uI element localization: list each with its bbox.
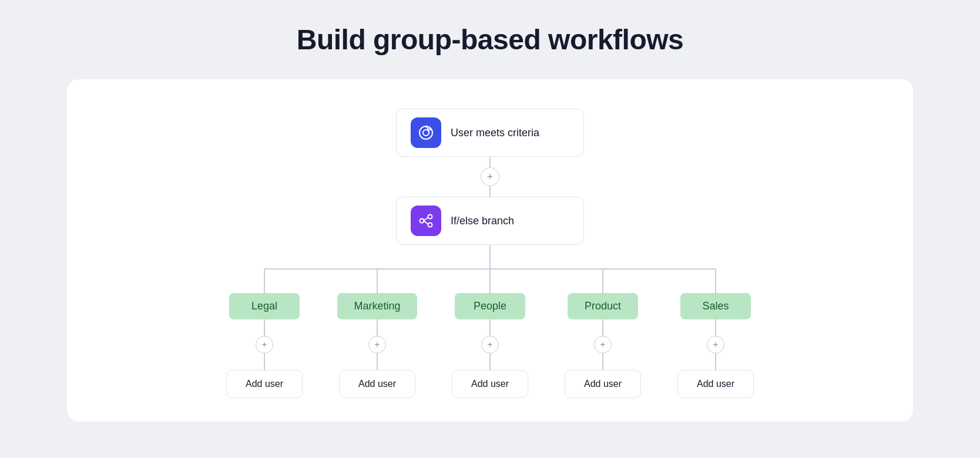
- branch-people-v2: [489, 319, 491, 336]
- branch-tag-product[interactable]: Product: [568, 293, 638, 319]
- add-step-product[interactable]: +: [594, 336, 612, 353]
- criteria-icon: [411, 117, 441, 148]
- trigger-node[interactable]: User meets criteria: [396, 109, 584, 157]
- connector-line-top: [489, 157, 491, 167]
- branch-legal-v1: [264, 270, 265, 293]
- branch-product-v1: [602, 270, 603, 293]
- branch-tag-sales[interactable]: Sales: [680, 293, 751, 319]
- branch-people: People + Add user: [434, 270, 546, 398]
- add-step-sales[interactable]: +: [707, 336, 724, 353]
- branch-sales-v3: [715, 353, 716, 370]
- svg-line-6: [424, 218, 428, 221]
- branch-stem: [489, 245, 491, 268]
- branch-sales-v1: [715, 270, 716, 293]
- branch-product-v3: [602, 353, 603, 370]
- branch-legal: Legal + Add user: [208, 270, 321, 398]
- branch-people-v3: [489, 353, 491, 370]
- branch-marketing-v2: [377, 319, 378, 336]
- svg-line-7: [424, 221, 428, 224]
- svg-point-1: [423, 130, 429, 136]
- branch-node[interactable]: If/else branch: [396, 197, 584, 245]
- add-user-legal[interactable]: Add user: [226, 370, 303, 398]
- page-title: Build group-based workflows: [67, 23, 913, 56]
- branch-marketing: Marketing + Add user: [321, 270, 434, 398]
- page-container: Build group-based workflows User meets c…: [67, 23, 913, 422]
- horizontal-divider: [208, 268, 772, 270]
- branch-marketing-v1: [377, 270, 378, 293]
- branch-people-v1: [489, 270, 491, 293]
- horizontal-bar: [264, 268, 716, 270]
- connector-line-bottom: [489, 186, 491, 197]
- branch-legal-v2: [264, 319, 265, 336]
- branch-product: Product + Add user: [546, 270, 659, 398]
- branch-sales-v2: [715, 319, 716, 336]
- svg-point-5: [428, 223, 432, 227]
- branch-icon: [411, 206, 441, 236]
- branch-tag-people[interactable]: People: [455, 293, 525, 319]
- workflow-card: User meets criteria + If/else branch: [67, 79, 913, 422]
- add-user-product[interactable]: Add user: [565, 370, 641, 398]
- add-user-marketing[interactable]: Add user: [339, 370, 415, 398]
- add-step-legal[interactable]: +: [256, 336, 273, 353]
- branch-node-label: If/else branch: [451, 215, 514, 227]
- branch-tag-marketing[interactable]: Marketing: [337, 293, 417, 319]
- add-user-sales[interactable]: Add user: [677, 370, 754, 398]
- add-step-button-1[interactable]: +: [481, 167, 499, 186]
- add-user-people[interactable]: Add user: [452, 370, 528, 398]
- svg-point-4: [428, 215, 432, 219]
- trigger-node-label: User meets criteria: [451, 127, 539, 139]
- branches-row: Legal + Add user Marketing + Add user: [208, 270, 772, 398]
- branch-sales: Sales + Add user: [659, 270, 772, 398]
- add-step-people[interactable]: +: [481, 336, 499, 353]
- connector-1: +: [481, 157, 499, 197]
- branch-marketing-v3: [377, 353, 378, 370]
- branch-tag-legal[interactable]: Legal: [229, 293, 300, 319]
- branch-legal-v3: [264, 353, 265, 370]
- branch-container: Legal + Add user Marketing + Add user: [90, 245, 890, 398]
- svg-point-2: [429, 128, 431, 130]
- branch-product-v2: [602, 319, 603, 336]
- add-step-marketing[interactable]: +: [368, 336, 386, 353]
